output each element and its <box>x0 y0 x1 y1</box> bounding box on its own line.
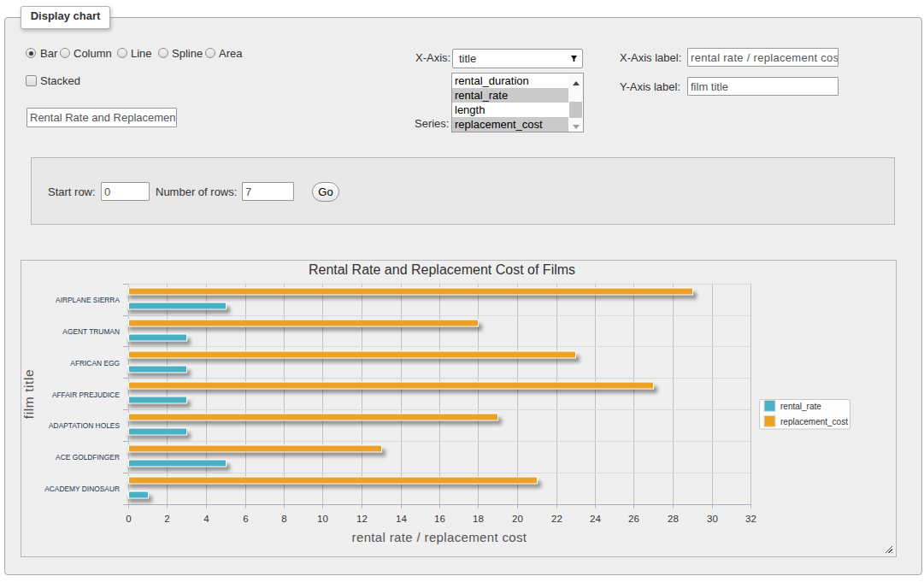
svg-text:4: 4 <box>203 514 209 524</box>
svg-text:32: 32 <box>745 514 756 524</box>
svg-text:24: 24 <box>590 514 601 524</box>
svg-text:AIRPLANE SIERRA: AIRPLANE SIERRA <box>56 296 120 304</box>
svg-text:10: 10 <box>317 514 328 524</box>
svg-text:26: 26 <box>628 514 639 524</box>
svg-text:20: 20 <box>512 514 523 524</box>
svg-text:30: 30 <box>707 514 718 524</box>
svg-text:12: 12 <box>356 514 368 524</box>
svg-text:Rental Rate and Replacement Co: Rental Rate and Replacement Cost of Film… <box>309 262 575 277</box>
svg-text:6: 6 <box>243 514 248 524</box>
svg-text:rental_rate: rental_rate <box>780 402 821 411</box>
svg-text:AFFAIR PREJUDICE: AFFAIR PREJUDICE <box>52 391 121 399</box>
svg-text:ADAPTATION HOLES: ADAPTATION HOLES <box>49 421 120 430</box>
svg-text:0: 0 <box>126 514 131 524</box>
svg-text:ACADEMY DINOSAUR: ACADEMY DINOSAUR <box>44 485 120 493</box>
svg-text:ACE GOLDFINGER: ACE GOLDFINGER <box>56 453 120 461</box>
svg-text:8: 8 <box>281 514 286 524</box>
svg-text:rental rate / replacement cost: rental rate / replacement cost <box>352 530 527 544</box>
svg-text:18: 18 <box>473 514 484 524</box>
svg-text:16: 16 <box>434 514 445 524</box>
svg-text:2: 2 <box>164 514 169 524</box>
svg-text:film title: film title <box>21 369 36 420</box>
svg-text:14: 14 <box>396 514 407 524</box>
svg-text:28: 28 <box>668 514 679 524</box>
svg-text:AGENT TRUMAN: AGENT TRUMAN <box>62 327 120 336</box>
svg-text:22: 22 <box>551 514 562 524</box>
svg-text:replacement_cost: replacement_cost <box>780 417 848 426</box>
svg-text:AFRICAN EGG: AFRICAN EGG <box>70 359 120 367</box>
